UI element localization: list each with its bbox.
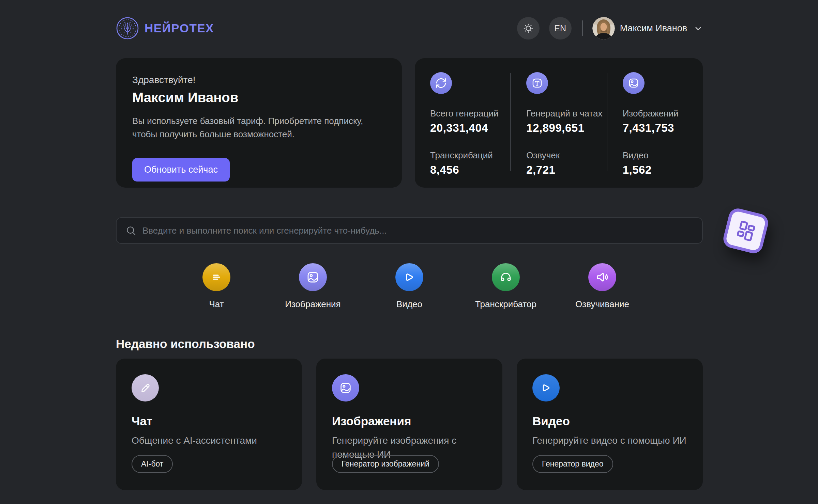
image-icon: [299, 263, 327, 291]
stat-column-images: Изображений 7,431,753 Видео 1,562: [607, 72, 703, 188]
stat-value: 20,331,404: [430, 122, 510, 135]
brand-logo[interactable]: НЕЙРОТЕХ: [116, 17, 214, 40]
category-video[interactable]: Видео: [361, 263, 458, 310]
card-badge: Генератор изображений: [332, 455, 439, 473]
play-icon: [395, 263, 423, 291]
welcome-user-name: Максим Иванов: [132, 90, 385, 105]
top-row: Здравствуйте! Максим Иванов Вы используе…: [116, 58, 703, 188]
headphones-icon: [492, 263, 520, 291]
search-icon: [125, 225, 136, 236]
widgets-sticker-button[interactable]: [721, 206, 770, 255]
card-description: Общение с AI-ассистентами: [132, 434, 286, 448]
recent-section-title: Недавно использовано: [116, 337, 255, 351]
header: НЕЙРОТЕХ EN: [116, 0, 703, 57]
category-label: Озвучивание: [575, 299, 629, 310]
stat-column-generations: Всего генераций 20,331,404 Транскрибаций…: [415, 72, 510, 188]
stat-label: Генераций в чатах: [526, 108, 606, 119]
stat-label: Всего генераций: [430, 108, 510, 119]
recent-card-video[interactable]: Видео Генерируйте видео с помощью ИИ Ген…: [517, 359, 703, 490]
upgrade-button[interactable]: Обновить сейчас: [132, 158, 230, 182]
stat-label: Изображений: [623, 108, 703, 119]
language-button[interactable]: EN: [549, 17, 572, 40]
stat-column-chats: Генераций в чатах 12,899,651 Озвучек 2,7…: [511, 72, 606, 188]
card-title: Видео: [532, 414, 687, 428]
stat-value: 2,721: [526, 163, 606, 176]
dashboard-grid-icon: [731, 216, 760, 246]
welcome-card: Здравствуйте! Максим Иванов Вы используе…: [116, 58, 402, 188]
text-icon: [526, 72, 548, 94]
category-shortcuts: Чат Изображения Видео Транскриба: [116, 263, 703, 310]
category-label: Изображения: [285, 299, 340, 310]
search-input[interactable]: [142, 225, 693, 236]
category-transcriber[interactable]: Транскрибатор: [458, 263, 554, 310]
image-icon: [332, 374, 359, 401]
recent-cards: Чат Общение с AI-ассистентами AI-бот Изо…: [116, 359, 703, 490]
stat-label: Транскрибаций: [430, 150, 510, 161]
category-chat[interactable]: Чат: [168, 263, 265, 310]
chat-lines-icon: [202, 263, 230, 291]
header-divider: [582, 20, 583, 36]
card-badge: AI-бот: [132, 455, 173, 473]
header-controls: EN Максим Иванов: [517, 17, 703, 40]
category-label: Чат: [209, 299, 224, 310]
plan-message: Вы используете базовый тариф. Приобретит…: [132, 114, 385, 141]
neurotech-logo-icon: [116, 17, 139, 40]
card-title: Чат: [132, 414, 286, 428]
category-images[interactable]: Изображения: [265, 263, 361, 310]
card-description: Генерируйте видео с помощью ИИ: [532, 434, 687, 448]
user-menu[interactable]: Максим Иванов: [592, 17, 703, 40]
avatar: [592, 17, 615, 40]
stat-value: 12,899,651: [526, 122, 606, 135]
card-badge: Генератор видео: [532, 455, 613, 473]
pencil-icon: [132, 374, 159, 401]
category-voiceover[interactable]: Озвучивание: [554, 263, 651, 310]
stat-label: Озвучек: [526, 150, 606, 161]
speaker-icon: [588, 263, 616, 291]
brand-name: НЕЙРОТЕХ: [145, 21, 214, 35]
play-icon: [532, 374, 560, 401]
stat-label: Видео: [623, 150, 703, 161]
category-label: Видео: [396, 299, 422, 310]
stat-value: 7,431,753: [623, 122, 703, 135]
card-title: Изображения: [332, 414, 487, 428]
theme-toggle-button[interactable]: [517, 17, 540, 40]
category-label: Транскрибатор: [475, 299, 536, 310]
refresh-icon: [430, 72, 452, 94]
user-name: Максим Иванов: [620, 23, 687, 34]
search-bar: [116, 217, 703, 244]
greeting-text: Здравствуйте!: [132, 75, 385, 85]
sun-icon: [522, 22, 534, 34]
recent-card-chat[interactable]: Чат Общение с AI-ассистентами AI-бот: [116, 359, 302, 490]
chevron-down-icon: [694, 24, 703, 33]
stat-value: 1,562: [623, 163, 703, 176]
stats-card: Всего генераций 20,331,404 Транскрибаций…: [415, 58, 703, 188]
stat-value: 8,456: [430, 163, 510, 176]
recent-card-images[interactable]: Изображения Генерируйте изображения с по…: [316, 359, 502, 490]
image-icon: [623, 72, 645, 94]
